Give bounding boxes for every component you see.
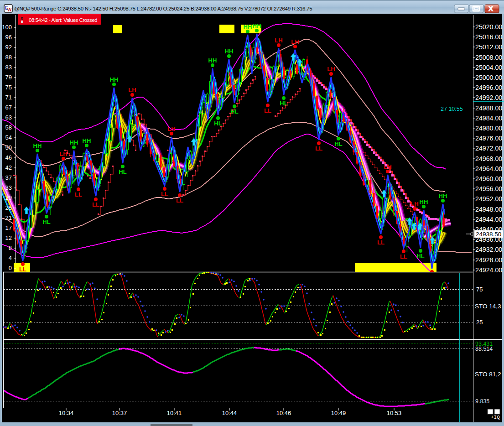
svg-text:HL: HL bbox=[230, 108, 238, 115]
svg-text:9.835: 9.835 bbox=[475, 398, 489, 405]
svg-text:LH: LH bbox=[327, 66, 335, 73]
svg-text:54: 54 bbox=[5, 134, 12, 141]
svg-text:24964.00: 24964.00 bbox=[475, 165, 502, 172]
svg-text:LL: LL bbox=[92, 201, 99, 208]
svg-text:LL: LL bbox=[377, 239, 384, 246]
svg-text:10:41: 10:41 bbox=[167, 410, 182, 416]
svg-text:79: 79 bbox=[5, 74, 12, 81]
svg-text:88.514: 88.514 bbox=[475, 346, 493, 352]
svg-text:LH: LH bbox=[384, 163, 391, 170]
svg-text:LH: LH bbox=[128, 87, 136, 94]
svg-text:17: 17 bbox=[5, 224, 12, 231]
svg-text:24932.00: 24932.00 bbox=[475, 246, 502, 253]
svg-text:LL: LL bbox=[176, 197, 183, 204]
svg-text:x: x bbox=[21, 16, 23, 21]
svg-text:96: 96 bbox=[5, 34, 12, 41]
svg-text:4: 4 bbox=[9, 255, 12, 261]
svg-text:HH: HH bbox=[208, 57, 217, 64]
svg-text:HH: HH bbox=[33, 142, 42, 149]
svg-text:92: 92 bbox=[5, 44, 12, 51]
svg-text:8: 8 bbox=[9, 244, 12, 251]
svg-text:HH: HH bbox=[420, 198, 428, 205]
svg-text:67: 67 bbox=[5, 104, 12, 111]
svg-text:HH: HH bbox=[110, 76, 119, 83]
svg-text:LH: LH bbox=[59, 151, 67, 157]
svg-text:HH: HH bbox=[253, 22, 261, 29]
svg-text:HH: HH bbox=[70, 139, 78, 146]
svg-text:25000.00: 25000.00 bbox=[475, 74, 502, 81]
svg-text:33: 33 bbox=[5, 184, 12, 191]
svg-text:LH: LH bbox=[167, 125, 175, 132]
svg-text:46: 46 bbox=[5, 154, 12, 161]
svg-text:STO 14,3: STO 14,3 bbox=[475, 303, 501, 310]
svg-text:HH: HH bbox=[439, 192, 447, 199]
svg-text:58: 58 bbox=[5, 124, 12, 131]
svg-text:25: 25 bbox=[5, 204, 12, 211]
svg-text:24996.00: 24996.00 bbox=[475, 84, 502, 91]
svg-text:24980.00: 24980.00 bbox=[475, 125, 502, 132]
svg-text:24988.00: 24988.00 bbox=[475, 104, 502, 112]
svg-text:LL: LL bbox=[75, 191, 82, 198]
svg-text:24956.00: 24956.00 bbox=[475, 185, 502, 192]
svg-text:24944.00: 24944.00 bbox=[475, 216, 502, 223]
svg-text:24960.00: 24960.00 bbox=[475, 175, 502, 182]
svg-text:24938.50: 24938.50 bbox=[476, 231, 501, 238]
svg-text:LL: LL bbox=[161, 191, 168, 197]
svg-text:10:34: 10:34 bbox=[59, 410, 74, 416]
svg-text:LH: LH bbox=[275, 37, 282, 44]
svg-text:24928.00: 24928.00 bbox=[475, 256, 502, 264]
svg-text:21: 21 bbox=[5, 214, 12, 221]
svg-text:W: W bbox=[7, 7, 12, 12]
svg-text:24968.00: 24968.00 bbox=[475, 155, 502, 162]
svg-text:HH: HH bbox=[225, 48, 234, 55]
svg-text:24984.00: 24984.00 bbox=[475, 114, 502, 122]
svg-text:25004.00: 25004.00 bbox=[475, 64, 502, 71]
svg-text:08:54:42 - Alert: Values Cross: 08:54:42 - Alert: Values Crossed bbox=[29, 17, 97, 23]
svg-text:50: 50 bbox=[5, 144, 12, 151]
svg-text:+IQ: +IQ bbox=[491, 415, 500, 420]
svg-text:HL: HL bbox=[416, 253, 424, 260]
svg-text:0: 0 bbox=[9, 265, 12, 271]
svg-text:75: 75 bbox=[5, 84, 12, 91]
svg-text:71: 71 bbox=[5, 94, 12, 101]
svg-text:24992.00: 24992.00 bbox=[475, 94, 502, 101]
svg-text:12: 12 bbox=[5, 234, 12, 241]
svg-text:LL: LL bbox=[315, 145, 322, 152]
svg-text:X: X bbox=[488, 5, 493, 12]
svg-text:24948.00: 24948.00 bbox=[475, 206, 502, 213]
svg-text:27 10:55: 27 10:55 bbox=[441, 106, 463, 112]
svg-text:10:53: 10:53 bbox=[387, 410, 402, 416]
svg-text:HL: HL bbox=[42, 218, 50, 225]
svg-text:88: 88 bbox=[5, 54, 12, 61]
svg-text:83: 83 bbox=[5, 64, 12, 71]
svg-text:LL: LL bbox=[264, 107, 271, 114]
svg-text:100: 100 bbox=[2, 24, 12, 31]
svg-text:24952.00: 24952.00 bbox=[475, 195, 502, 203]
svg-text:10:46: 10:46 bbox=[276, 410, 291, 416]
svg-text:37: 37 bbox=[5, 174, 12, 181]
svg-text:LH: LH bbox=[291, 38, 299, 45]
svg-text:10:44: 10:44 bbox=[222, 410, 237, 416]
svg-text:63: 63 bbox=[5, 114, 12, 121]
svg-text:STO 81,2: STO 81,2 bbox=[475, 371, 501, 378]
svg-text:HL: HL bbox=[280, 100, 287, 107]
svg-text:LL: LL bbox=[19, 266, 26, 273]
svg-text:24972.00: 24972.00 bbox=[475, 145, 502, 152]
svg-text:@NQ# 500-Range C:24938.50 N:-: @NQ# 500-Range C:24938.50 N:- 142.50 H:2… bbox=[14, 5, 312, 11]
svg-text:LH: LH bbox=[410, 201, 418, 208]
svg-text:75: 75 bbox=[476, 286, 483, 293]
svg-text:HH: HH bbox=[244, 23, 252, 30]
svg-text:10:49: 10:49 bbox=[331, 410, 346, 416]
svg-text:HL: HL bbox=[334, 140, 342, 147]
svg-text:25: 25 bbox=[476, 319, 483, 326]
svg-text:10:37: 10:37 bbox=[112, 410, 127, 416]
svg-text:29: 29 bbox=[5, 194, 12, 201]
svg-text:HL: HL bbox=[214, 120, 222, 127]
svg-text:24976.00: 24976.00 bbox=[475, 135, 502, 142]
svg-text:25012.00: 25012.00 bbox=[475, 43, 502, 51]
svg-text:25008.00: 25008.00 bbox=[475, 54, 502, 61]
svg-text:LL: LL bbox=[400, 253, 407, 260]
svg-text:HH: HH bbox=[83, 137, 91, 144]
svg-text:25020.00: 25020.00 bbox=[475, 23, 502, 31]
svg-text:25016.00: 25016.00 bbox=[475, 33, 502, 41]
